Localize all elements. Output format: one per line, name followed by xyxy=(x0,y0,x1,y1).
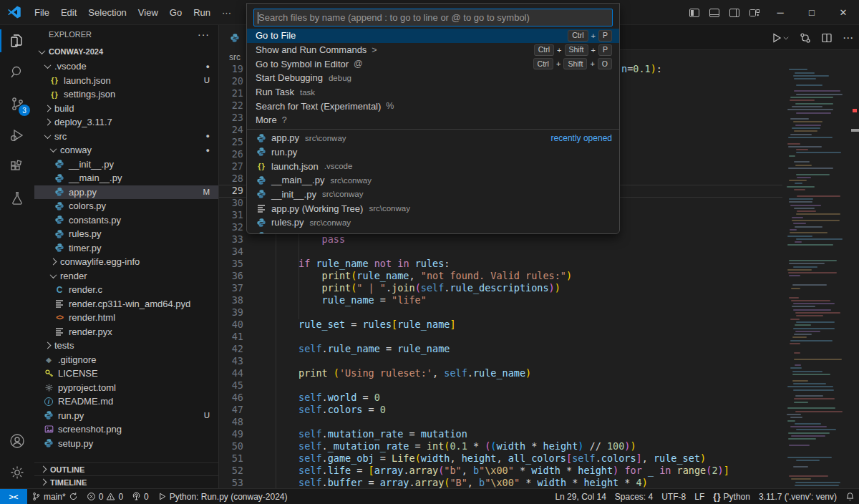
toggle-sidebar-icon[interactable] xyxy=(689,7,700,19)
quick-open-input[interactable] xyxy=(254,9,612,26)
tree-item-settings-json[interactable]: { }settings.json xyxy=(34,87,218,102)
tree-item-timer-py[interactable]: timer.py xyxy=(34,241,218,256)
tree-item-deploy-3-11-7[interactable]: deploy_3.11.7 xyxy=(34,115,218,130)
source-control-icon[interactable]: 3 xyxy=(0,88,34,120)
palette-command-run-task[interactable]: Run Tasktask xyxy=(247,85,619,100)
menu-item-selection[interactable]: Selection xyxy=(82,5,132,20)
tree-item-readme-md[interactable]: iREADME.md xyxy=(34,394,218,409)
window-controls: ─ □ ✕ xyxy=(684,0,859,25)
run-config-status[interactable]: Python: Run.py (conway-2024) xyxy=(153,489,292,504)
tree-item-render[interactable]: render xyxy=(34,269,218,284)
tree-item-src[interactable]: src● xyxy=(34,130,218,144)
account-icon[interactable] xyxy=(0,425,34,457)
run-debug-icon[interactable] xyxy=(0,120,34,151)
menu-more-icon[interactable]: ··· xyxy=(216,5,237,20)
tree-item-colors-py[interactable]: colors.py xyxy=(34,199,218,213)
cursor-position[interactable]: Ln 29, Col 14 xyxy=(550,489,610,504)
search-icon[interactable] xyxy=(0,57,34,88)
tree-item-rules-py[interactable]: rules.py xyxy=(34,227,218,241)
settings-gear-icon[interactable] xyxy=(0,457,34,488)
tree-item-init-py[interactable]: __init__.py xyxy=(34,158,218,172)
customize-layout-icon[interactable] xyxy=(749,7,760,19)
tree-item-render-c[interactable]: Crender.c xyxy=(34,283,218,297)
palette-file-run-py[interactable]: run.py xyxy=(247,145,619,160)
tree-item-run-py[interactable]: run.pyU xyxy=(34,409,218,423)
palette-file-rules-py[interactable]: rules.pysrc\conway xyxy=(247,215,619,230)
eol-status[interactable]: LF xyxy=(690,489,709,504)
palette-command-go-to-file[interactable]: Go to FileCtrl+P xyxy=(247,29,619,43)
tree-item-main-py[interactable]: __main__.py xyxy=(34,171,218,185)
code-line-40: 40 rule_set = rules[rule_name] xyxy=(219,319,859,331)
lines-icon xyxy=(256,203,267,214)
more-actions-icon[interactable]: ⋯ xyxy=(843,32,853,44)
menu-item-view[interactable]: View xyxy=(132,5,164,20)
open-changes-icon[interactable] xyxy=(800,32,811,44)
tree-item-label: render.c xyxy=(69,284,102,295)
palette-command-show-and-run-commands[interactable]: Show and Run Commands>Ctrl+Shift+P xyxy=(247,43,619,57)
outline-section[interactable]: OUTLINE xyxy=(34,462,218,475)
bell-icon xyxy=(845,492,855,501)
language-mode[interactable]: { }Python xyxy=(709,489,754,504)
tree-item-gitignore[interactable]: ◆.gitignore xyxy=(34,353,218,367)
tree-item-build[interactable]: build xyxy=(34,102,218,116)
palette-file-init-py[interactable]: __init__.pysrc\conway xyxy=(247,188,619,202)
close-button[interactable]: ✕ xyxy=(828,0,859,25)
tree-item-render-html[interactable]: <>render.html xyxy=(34,311,218,325)
palette-file-main-py[interactable]: __main__.pysrc\conway xyxy=(247,173,619,188)
menu-item-go[interactable]: Go xyxy=(164,5,188,20)
indentation-status[interactable]: Spaces: 4 xyxy=(611,489,657,504)
ports-status[interactable]: 0 xyxy=(127,489,153,504)
branch-icon xyxy=(31,492,41,501)
tree-item-conwaylife-egg-info[interactable]: conwaylife.egg-info xyxy=(34,255,218,269)
tree-item-launch-json[interactable]: { }launch.jsonU xyxy=(34,74,218,88)
palette-file-app-py-working-tree[interactable]: app.py (Working Tree)src\conway xyxy=(247,201,619,215)
tree-item-vscode[interactable]: .vscode● xyxy=(34,59,218,74)
tree-item-constants-py[interactable]: constants.py xyxy=(34,213,218,228)
palette-file-launch-json[interactable]: { }launch.json.vscode xyxy=(247,159,619,173)
palette-command-go-to-symbol-in-editor[interactable]: Go to Symbol in Editor@Ctrl+Shift+O xyxy=(247,57,619,71)
palette-command-search-for-text-experimental[interactable]: Search for Text (Experimental)% xyxy=(247,99,619,113)
command-label: Go to Symbol in Editor xyxy=(256,59,349,69)
code-line-48: 48 xyxy=(219,416,859,428)
project-root-folder[interactable]: CONWAY-2024 xyxy=(34,44,218,59)
tab-app-py[interactable] xyxy=(219,25,246,50)
tree-item-conway[interactable]: conway● xyxy=(34,143,218,158)
palette-file-app-py[interactable]: app.pysrc\conwayrecently opened xyxy=(247,131,619,145)
menu-item-run[interactable]: Run xyxy=(188,5,216,20)
tree-item-pyproject-toml[interactable]: pyproject.toml xyxy=(34,381,218,395)
split-editor-icon[interactable] xyxy=(821,32,833,44)
menu-item-edit[interactable]: Edit xyxy=(55,5,82,20)
explorer-more-icon[interactable]: ··· xyxy=(198,29,210,40)
toggle-panel-icon[interactable] xyxy=(709,7,720,19)
encoding-status[interactable]: UTF-8 xyxy=(657,489,690,504)
git-branch-status[interactable]: main* xyxy=(27,489,82,504)
extensions-icon[interactable] xyxy=(0,151,34,183)
run-python-file-button[interactable] xyxy=(771,32,790,44)
timeline-section[interactable]: TIMELINE xyxy=(34,475,218,488)
tree-item-screenshot-png[interactable]: screenshot.png xyxy=(34,422,218,437)
code-line-42: 42 self.rule_name = rule_name xyxy=(219,343,859,355)
palette-command-more[interactable]: More? xyxy=(247,113,619,127)
minimize-button[interactable]: ─ xyxy=(765,0,796,25)
code-line-51: 51 self.game_obj = Life(width, height, a… xyxy=(219,452,859,465)
testing-icon[interactable] xyxy=(0,183,34,214)
menu-item-file[interactable]: File xyxy=(29,5,55,20)
palette-file-colors-py[interactable]: colors.pysrc\conway xyxy=(247,230,619,234)
explorer-icon[interactable] xyxy=(0,25,34,57)
tree-item-setup-py[interactable]: setup.py xyxy=(34,437,218,451)
recently-opened-label: recently opened xyxy=(551,133,612,143)
tree-item-label: pyproject.toml xyxy=(58,382,116,393)
tree-item-render-cp311-win-amd64-pyd[interactable]: render.cp311-win_amd64.pyd xyxy=(34,297,218,311)
tree-item-tests[interactable]: tests xyxy=(34,339,218,353)
problems-status[interactable]: 0 0 xyxy=(82,489,127,504)
python-interpreter[interactable]: 3.11.7 ('.venv': venv) xyxy=(754,489,841,504)
remote-indicator[interactable]: >< xyxy=(0,489,27,504)
tree-item-app-py[interactable]: app.pyM xyxy=(34,185,218,200)
maximize-button[interactable]: □ xyxy=(796,0,828,25)
tree-item-render-pyx[interactable]: render.pyx xyxy=(34,325,218,339)
palette-command-start-debugging[interactable]: Start Debuggingdebug xyxy=(247,71,619,85)
notifications-bell[interactable] xyxy=(841,489,859,504)
tree-item-license[interactable]: LICENSE xyxy=(34,367,218,381)
toggle-secondary-sidebar-icon[interactable] xyxy=(729,7,740,19)
minimap[interactable] xyxy=(782,63,850,488)
